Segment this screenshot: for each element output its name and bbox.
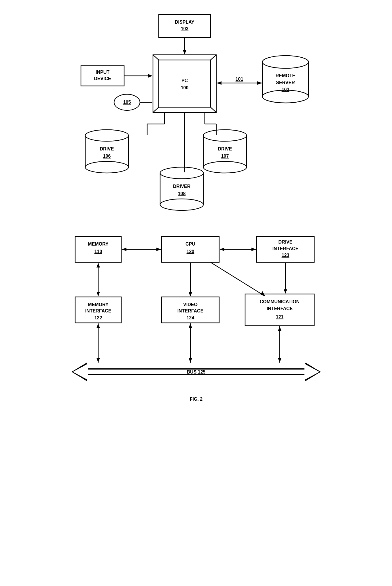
svg-text:121: 121 <box>276 314 283 319</box>
svg-text:102: 102 <box>281 87 289 92</box>
svg-marker-103 <box>96 358 100 363</box>
svg-line-86 <box>211 262 265 296</box>
svg-point-20 <box>262 90 308 103</box>
svg-marker-17 <box>148 74 152 78</box>
svg-point-49 <box>160 199 203 210</box>
svg-text:124: 124 <box>186 315 194 320</box>
svg-marker-109 <box>278 358 281 363</box>
svg-text:REMOTE: REMOTE <box>275 73 295 78</box>
fig2-diagram: MEMORY 110 CPU 120 DRIVE INTERFACE 123 M… <box>38 231 355 409</box>
svg-text:DRIVE: DRIVE <box>218 146 232 151</box>
svg-text:INTERFACE: INTERFACE <box>266 306 293 311</box>
page-content: DISPLAY 103 PC 100 INPUT DEVICE <box>38 12 355 409</box>
svg-marker-108 <box>278 326 281 331</box>
svg-text:110: 110 <box>94 249 102 254</box>
svg-marker-82 <box>96 263 100 267</box>
svg-text:COMMUNICATION: COMMUNICATION <box>260 299 299 304</box>
svg-rect-13 <box>81 66 124 86</box>
svg-text:DRIVER: DRIVER <box>173 184 190 189</box>
svg-text:INPUT: INPUT <box>96 70 109 75</box>
fig2-svg: MEMORY 110 CPU 120 DRIVE INTERFACE 123 M… <box>67 231 326 409</box>
svg-marker-25 <box>217 81 221 85</box>
svg-text:101: 101 <box>235 77 243 82</box>
svg-text:107: 107 <box>221 154 229 159</box>
svg-text:INTERFACE: INTERFACE <box>85 308 111 313</box>
svg-marker-105 <box>189 323 192 328</box>
svg-text:108: 108 <box>178 191 185 196</box>
svg-text:DISPLAY: DISPLAY <box>175 20 194 25</box>
svg-marker-85 <box>189 292 192 296</box>
svg-text:BUS 125: BUS 125 <box>187 370 205 374</box>
svg-marker-106 <box>189 358 192 363</box>
svg-text:INTERFACE: INTERFACE <box>272 246 298 251</box>
svg-text:DRIVE: DRIVE <box>100 146 114 151</box>
svg-marker-89 <box>284 289 287 293</box>
svg-marker-26 <box>257 81 262 85</box>
svg-text:123: 123 <box>281 253 289 258</box>
svg-text:122: 122 <box>94 315 102 320</box>
fig1-svg: DISPLAY 103 PC 100 INPUT DEVICE <box>67 12 326 213</box>
svg-text:DEVICE: DEVICE <box>94 76 111 81</box>
svg-text:DRIVE: DRIVE <box>278 240 292 244</box>
svg-marker-102 <box>96 323 100 328</box>
svg-marker-83 <box>96 292 100 296</box>
svg-text:VIDEO: VIDEO <box>183 302 198 307</box>
svg-marker-12 <box>183 50 186 54</box>
svg-point-32 <box>85 130 128 141</box>
svg-marker-65 <box>156 248 161 251</box>
svg-text:100: 100 <box>181 85 188 90</box>
svg-text:SERVER: SERVER <box>276 80 295 85</box>
svg-point-48 <box>160 167 203 179</box>
svg-text:PC: PC <box>181 78 188 83</box>
svg-text:120: 120 <box>186 249 194 254</box>
svg-point-33 <box>85 161 128 173</box>
fig2-title: FIG. 2 <box>190 397 202 402</box>
svg-text:CPU: CPU <box>185 242 195 246</box>
svg-text:MEMORY: MEMORY <box>88 242 109 246</box>
svg-text:MEMORY: MEMORY <box>88 302 109 307</box>
svg-rect-4 <box>159 60 211 107</box>
svg-text:105: 105 <box>123 100 131 105</box>
svg-marker-67 <box>220 248 224 251</box>
svg-text:106: 106 <box>103 154 111 159</box>
fig1-title: FIG. 1 <box>178 212 191 213</box>
svg-text:103: 103 <box>181 26 188 31</box>
svg-point-41 <box>203 161 247 173</box>
svg-text:INTERFACE: INTERFACE <box>177 308 203 313</box>
svg-point-40 <box>203 130 247 141</box>
svg-marker-68 <box>251 248 256 251</box>
svg-point-19 <box>262 56 308 68</box>
svg-rect-0 <box>159 14 211 37</box>
fig1-diagram: DISPLAY 103 PC 100 INPUT DEVICE <box>38 12 355 213</box>
svg-marker-64 <box>122 248 126 251</box>
